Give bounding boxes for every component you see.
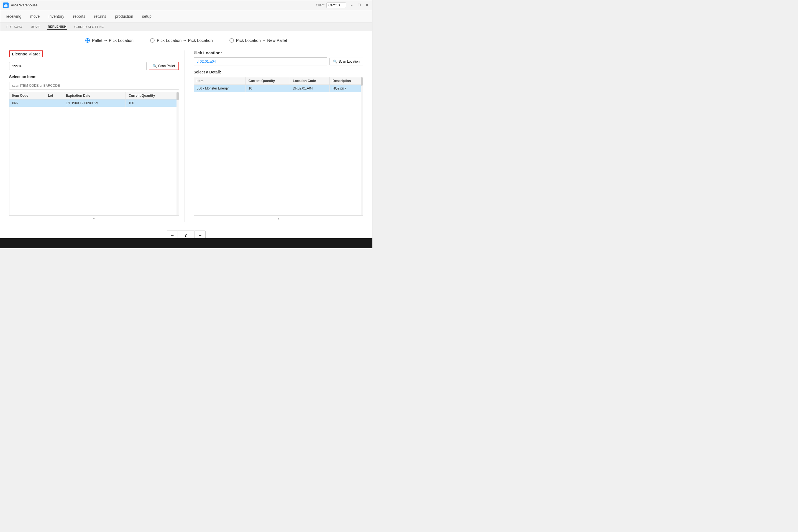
radio-circle-pallet	[86, 38, 90, 43]
cell-qty: 10	[246, 85, 290, 92]
radio-label-pick-pick: Pick Location → Pick Location	[157, 38, 213, 43]
client-select[interactable]: Cerritus	[326, 2, 346, 8]
black-bar	[0, 238, 373, 248]
bottom-section: − + 📦 Replenish	[9, 222, 363, 238]
detail-table-header: Item Current Quantity Location Code Desc…	[194, 77, 363, 85]
client-label: Client:	[316, 3, 325, 7]
item-table-header: Item Code Lot Expiration Date Current Qu…	[10, 92, 178, 99]
radio-label-pallet: Pallet → Pick Location	[92, 38, 134, 43]
scan-location-button[interactable]: 🔍 Scan Location	[329, 58, 363, 65]
scan-pallet-label: Scan Pallet	[158, 64, 175, 68]
pick-location-row: 🔍 Scan Location	[194, 57, 363, 65]
cell-loc-code: DR02.01.A04	[290, 85, 329, 92]
main-columns: License Plate: 🔍 Scan Pallet Select an I…	[9, 51, 363, 222]
sub-nav-move[interactable]: MOVE	[30, 24, 40, 30]
titlebar-left: Arca Warehouse	[3, 2, 37, 8]
scan-location-search-icon: 🔍	[333, 60, 337, 63]
quantity-input[interactable]	[178, 230, 194, 238]
col-expiration-date: Expiration Date	[63, 92, 126, 99]
minimize-button[interactable]: −	[349, 3, 354, 7]
radio-circle-new-pallet	[229, 38, 234, 43]
titlebar: Arca Warehouse Client: Cerritus − ❐ ✕	[0, 0, 372, 10]
nav-item-setup[interactable]: setup	[142, 13, 152, 20]
sub-nav: PUT AWAY MOVE REPLENISH GUIDED SLOTTING	[0, 22, 372, 31]
table-row[interactable]: 666 - Monster Energy 10 DR02.01.A04 HQ2 …	[194, 85, 363, 92]
right-scroll-down[interactable]: ▾	[194, 215, 363, 222]
license-plate-row: 🔍 Scan Pallet	[9, 62, 179, 70]
license-plate-label: License Plate:	[9, 51, 43, 57]
col-current-qty: Current Quantity	[246, 77, 290, 85]
detail-table: Item Current Quantity Location Code Desc…	[194, 77, 363, 92]
radio-pick-pick[interactable]: Pick Location → Pick Location	[150, 38, 213, 43]
item-table-container: Item Code Lot Expiration Date Current Qu…	[9, 92, 179, 215]
quantity-row: − +	[167, 230, 206, 238]
sub-nav-replenish[interactable]: REPLENISH	[47, 24, 67, 30]
content: Pallet → Pick Location Pick Location → P…	[0, 31, 372, 238]
col-current-quantity: Current Quantity	[126, 92, 178, 99]
maximize-button[interactable]: ❐	[357, 3, 362, 7]
client-wrapper: Client: Cerritus	[316, 2, 346, 8]
radio-circle-pick-pick	[150, 38, 155, 43]
cell-item-code: 666	[10, 99, 45, 107]
pick-location-input[interactable]	[194, 57, 327, 65]
nav-bar: receiving move inventory reports returns…	[0, 10, 372, 22]
scan-pallet-button[interactable]: 🔍 Scan Pallet	[149, 62, 179, 70]
left-panel: License Plate: 🔍 Scan Pallet Select an I…	[9, 51, 185, 222]
select-detail-title: Select a Detail:	[194, 70, 363, 74]
nav-item-move[interactable]: move	[30, 13, 40, 20]
col-item: Item	[194, 77, 246, 85]
app-title: Arca Warehouse	[11, 3, 37, 7]
item-table: Item Code Lot Expiration Date Current Qu…	[10, 92, 179, 107]
col-description: Description	[330, 77, 363, 85]
cell-lot	[45, 99, 63, 107]
detail-table-container: Item Current Quantity Location Code Desc…	[194, 77, 363, 215]
table-row[interactable]: 666 1/1/1900 12:00:00 AM 100	[10, 99, 178, 107]
col-item-code: Item Code	[10, 92, 45, 99]
left-scrollbar[interactable]	[176, 92, 179, 215]
sub-nav-put-away[interactable]: PUT AWAY	[6, 24, 23, 30]
titlebar-right: Client: Cerritus − ❐ ✕	[316, 2, 369, 8]
search-icon: 🔍	[153, 64, 157, 68]
col-lot: Lot	[45, 92, 63, 99]
svg-rect-0	[4, 5, 7, 7]
scan-location-label: Scan Location	[339, 60, 360, 63]
nav-item-inventory[interactable]: inventory	[49, 13, 64, 20]
select-item-title: Select an Item:	[9, 75, 179, 79]
radio-label-new-pallet: Pick Location → New Pallet	[236, 38, 287, 43]
close-button[interactable]: ✕	[365, 3, 369, 7]
cell-expiration-date: 1/1/1900 12:00:00 AM	[63, 99, 126, 107]
pick-location-label: Pick Location:	[194, 51, 222, 55]
col-location-code: Location Code	[290, 77, 329, 85]
svg-rect-1	[5, 4, 7, 5]
nav-item-reports[interactable]: reports	[73, 13, 86, 20]
radio-pallet-pick[interactable]: Pallet → Pick Location	[86, 38, 134, 43]
right-scrollbar[interactable]	[361, 77, 363, 215]
plus-button[interactable]: +	[194, 230, 206, 238]
cell-item: 666 - Monster Energy	[194, 85, 246, 92]
left-scrollbar-thumb	[176, 92, 179, 100]
right-scrollbar-thumb	[361, 77, 363, 86]
nav-item-receiving[interactable]: receiving	[6, 13, 21, 20]
radio-pick-new-pallet[interactable]: Pick Location → New Pallet	[229, 38, 287, 43]
radio-inner-pallet	[87, 39, 89, 41]
minus-button[interactable]: −	[167, 230, 178, 238]
nav-item-production[interactable]: production	[115, 13, 133, 20]
radio-row: Pallet → Pick Location Pick Location → P…	[9, 38, 363, 43]
right-panel: Pick Location: 🔍 Scan Location Select a …	[185, 51, 363, 222]
app-icon	[3, 2, 8, 8]
cell-current-quantity: 100	[126, 99, 178, 107]
sub-nav-guided-slotting[interactable]: GUIDED SLOTTING	[74, 24, 105, 30]
nav-item-returns[interactable]: returns	[94, 13, 107, 20]
license-plate-input[interactable]	[9, 62, 147, 70]
left-scroll-down[interactable]: ▾	[9, 215, 179, 222]
item-search-input[interactable]	[9, 82, 179, 90]
cell-desc: HQ2 pick	[330, 85, 363, 92]
